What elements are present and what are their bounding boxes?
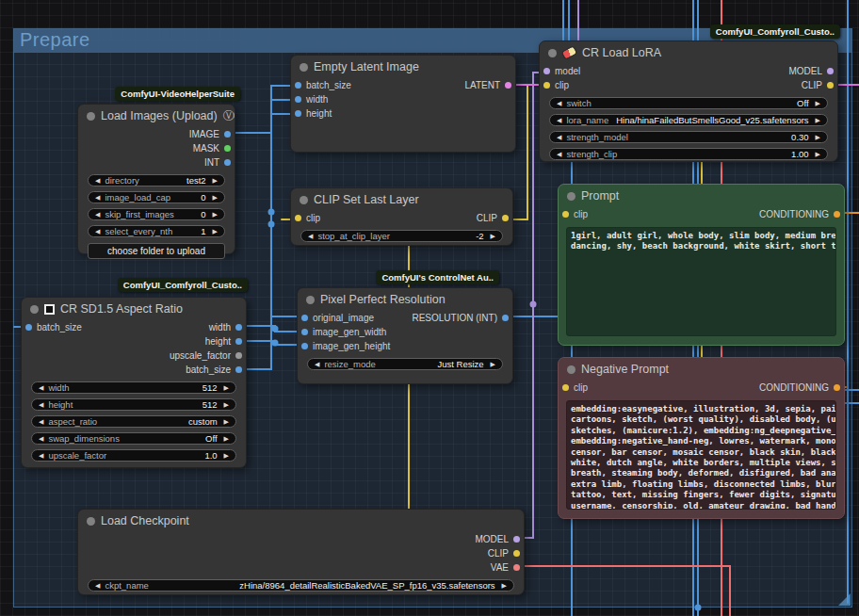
node-load-images[interactable]: Load Images (Upload) ⓋⒽⓈ IMAGEMASKINT◀di… <box>77 104 235 254</box>
widget-increment-icon[interactable]: ▶ <box>224 415 229 428</box>
widget-resize_mode[interactable]: ◀resize_modeJust Resize▶ <box>307 358 503 370</box>
widget-swap_dimensions[interactable]: ◀swap_dimensionsOff▶ <box>31 432 236 445</box>
widget-strength_model[interactable]: ◀strength_model0.30▶ <box>549 131 828 143</box>
widget-decrement-icon[interactable]: ◀ <box>557 114 561 126</box>
node-titlebar[interactable]: CR SD1.5 Aspect Ratio <box>22 298 246 320</box>
widget-select_every_nth[interactable]: ◀select_every_nth1▶ <box>88 225 225 237</box>
widget-image_load_cap[interactable]: ◀image_load_cap0▶ <box>88 191 225 203</box>
widget-increment-icon[interactable]: ▶ <box>224 381 229 394</box>
empty_latent-input-width-port[interactable] <box>295 96 301 103</box>
widget-decrement-icon[interactable]: ◀ <box>557 97 561 109</box>
collapse-dot[interactable] <box>567 365 575 374</box>
collapse-dot[interactable] <box>300 196 308 204</box>
node-negative-prompt[interactable]: Negative Prompt clipCONDITIONING embeddi… <box>558 357 845 519</box>
pixel_perfect-output-RESOLUTION (INT)-port[interactable] <box>502 315 509 321</box>
load_checkpoint-output-VAE-port[interactable] <box>513 564 520 571</box>
cr_load_lora-output-MODEL-port[interactable] <box>827 68 834 74</box>
node-positive-prompt[interactable]: Prompt clipCONDITIONING 1girl, adult gir… <box>558 184 845 346</box>
widget-increment-icon[interactable]: ▶ <box>491 358 495 370</box>
widget-increment-icon[interactable]: ▶ <box>502 579 507 592</box>
widget-increment-icon[interactable]: ▶ <box>816 148 820 160</box>
widget-increment-icon[interactable]: ▶ <box>816 97 820 109</box>
comfyui-canvas[interactable]: Prepare <box>0 0 859 616</box>
widget-stop_at_clip_layer[interactable]: ◀stop_at_clip_layer-2▶ <box>300 230 503 242</box>
cr_aspect_ratio-output-width-port[interactable] <box>235 324 242 331</box>
widget-upscale_factor[interactable]: ◀upscale_factor1.0▶ <box>31 449 236 462</box>
collapse-dot[interactable] <box>306 296 315 304</box>
widget-increment-icon[interactable]: ▶ <box>224 449 229 462</box>
node-titlebar[interactable]: Empty Latent Image <box>291 56 515 78</box>
node-titlebar[interactable]: Negative Prompt <box>559 358 844 381</box>
widget-increment-icon[interactable]: ▶ <box>224 398 229 411</box>
collapse-dot[interactable] <box>548 49 557 57</box>
clip_set_last_layer-input-clip-port[interactable] <box>295 215 301 221</box>
widget-decrement-icon[interactable]: ◀ <box>95 579 100 592</box>
node-empty-latent-image[interactable]: Empty Latent Image batch_sizeLATENTwidth… <box>290 55 516 153</box>
load_checkpoint-output-MODEL-port[interactable] <box>513 536 520 543</box>
pixel_perfect-input-original_image-port[interactable] <box>301 315 308 321</box>
widget-decrement-icon[interactable]: ◀ <box>315 358 319 370</box>
negative_prompt-input-clip-port[interactable] <box>562 384 569 391</box>
prompt-output-CONDITIONING-port[interactable] <box>834 211 840 218</box>
node-cr-aspect-ratio[interactable]: CR SD1.5 Aspect Ratio batch_sizewidthhei… <box>21 297 247 468</box>
cr_aspect_ratio-input-batch_size-port[interactable] <box>25 324 32 331</box>
node-titlebar[interactable]: CLIP Set Last Layer <box>291 188 512 211</box>
widget-skip_first_images[interactable]: ◀skip_first_images0▶ <box>88 208 225 220</box>
widget-width[interactable]: ◀width512▶ <box>31 381 236 394</box>
widget-decrement-icon[interactable]: ◀ <box>39 398 43 411</box>
negative_prompt-textarea[interactable]: embedding:easynegative, illustration, 3d… <box>566 400 836 510</box>
widget-decrement-icon[interactable]: ◀ <box>39 381 43 394</box>
widget-decrement-icon[interactable]: ◀ <box>39 432 43 445</box>
cr_aspect_ratio-output-batch_size-port[interactable] <box>235 366 242 373</box>
widget-increment-icon[interactable]: ▶ <box>213 191 218 203</box>
empty_latent-input-batch_size-port[interactable] <box>295 82 301 89</box>
widget-increment-icon[interactable]: ▶ <box>213 225 218 237</box>
empty_latent-output-LATENT-port[interactable] <box>505 82 511 89</box>
node-titlebar[interactable]: Load Images (Upload) ⓋⒽⓈ <box>78 105 235 127</box>
node-cr-load-lora[interactable]: CR Load LoRA modelMODELclipCLIP◀switchOf… <box>539 41 838 162</box>
collapse-dot[interactable] <box>87 112 95 121</box>
widget-decrement-icon[interactable]: ◀ <box>95 225 100 237</box>
load_images-output-INT-port[interactable] <box>224 159 231 166</box>
collapse-dot[interactable] <box>300 63 308 72</box>
widget-increment-icon[interactable]: ▶ <box>816 114 820 126</box>
widget-increment-icon[interactable]: ▶ <box>816 131 820 143</box>
empty_latent-input-height-port[interactable] <box>295 110 301 117</box>
node-clip-set-last-layer[interactable]: CLIP Set Last Layer clipCLIP◀stop_at_cli… <box>290 187 513 246</box>
load_images-output-IMAGE-port[interactable] <box>224 131 231 138</box>
node-titlebar[interactable]: Pixel Perfect Resolution <box>298 288 512 311</box>
widget-ckpt_name[interactable]: ◀ckpt_namezHina/8964_detailRealisticBake… <box>88 579 514 592</box>
widget-decrement-icon[interactable]: ◀ <box>95 174 100 186</box>
cr_load_lora-input-clip-port[interactable] <box>543 82 550 89</box>
widget-strength_clip[interactable]: ◀strength_clip1.00▶ <box>549 148 828 160</box>
widget-increment-icon[interactable]: ▶ <box>213 174 218 186</box>
cr_aspect_ratio-output-height-port[interactable] <box>235 338 242 345</box>
widget-switch[interactable]: ◀switchOff▶ <box>549 97 828 109</box>
collapse-dot[interactable] <box>567 192 575 201</box>
prompt-textarea[interactable]: 1girl, adult girl, whole body, slim body… <box>566 227 836 336</box>
widget-decrement-icon[interactable]: ◀ <box>95 208 100 220</box>
widget-increment-icon[interactable]: ▶ <box>213 208 218 220</box>
cr_load_lora-output-CLIP-port[interactable] <box>827 82 834 89</box>
negative_prompt-output-CONDITIONING-port[interactable] <box>834 384 840 391</box>
widget-decrement-icon[interactable]: ◀ <box>308 230 313 242</box>
pixel_perfect-input-image_gen_width-port[interactable] <box>301 329 308 335</box>
widget-directory[interactable]: ◀directorytest2▶ <box>88 174 225 186</box>
widget-aspect_ratio[interactable]: ◀aspect_ratiocustom▶ <box>31 415 236 428</box>
widget-decrement-icon[interactable]: ◀ <box>95 191 100 203</box>
node-titlebar[interactable]: Prompt <box>559 185 844 207</box>
node-pixel-perfect-resolution[interactable]: Pixel Perfect Resolution original_imageR… <box>297 287 513 384</box>
widget-decrement-icon[interactable]: ◀ <box>557 148 561 160</box>
upload-folder-button[interactable]: choose folder to upload <box>88 243 225 259</box>
node-load-checkpoint[interactable]: Load Checkpoint MODELCLIPVAE◀ckpt_namezH… <box>77 509 525 595</box>
widget-decrement-icon[interactable]: ◀ <box>557 131 561 143</box>
widget-lora_name[interactable]: ◀lora_nameHina/hinaFailedButSmellsGood_v… <box>549 114 828 126</box>
widget-height[interactable]: ◀height512▶ <box>31 398 236 411</box>
clip_set_last_layer-output-CLIP-port[interactable] <box>502 215 509 221</box>
collapse-dot[interactable] <box>30 305 39 314</box>
node-titlebar[interactable]: CR Load LoRA <box>540 41 837 64</box>
load_checkpoint-output-CLIP-port[interactable] <box>513 550 520 557</box>
widget-increment-icon[interactable]: ▶ <box>491 230 495 242</box>
pixel_perfect-input-image_gen_height-port[interactable] <box>301 343 308 349</box>
load_images-output-MASK-port[interactable] <box>224 145 231 152</box>
